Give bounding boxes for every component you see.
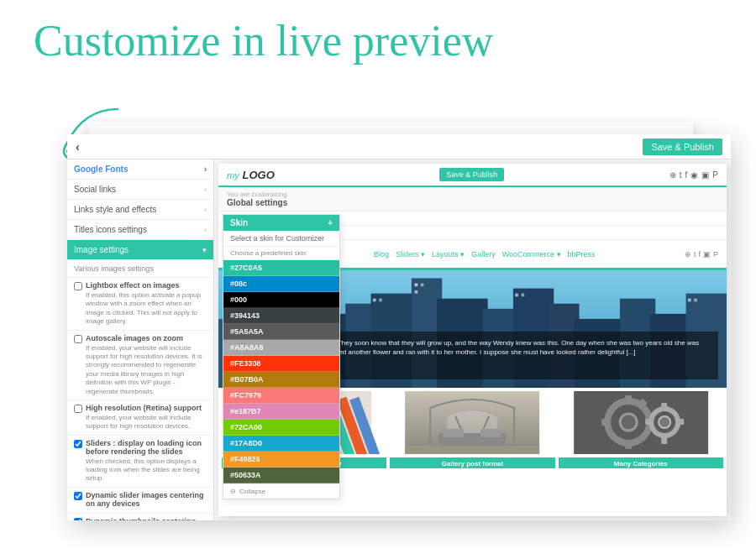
skin-color-blue[interactable]: #08c <box>223 276 339 292</box>
flickr-icon: ◉ <box>690 170 698 180</box>
svg-rect-21 <box>415 284 418 287</box>
skin-color-dark[interactable]: #394143 <box>223 308 339 324</box>
skin-panel-title: Skin + <box>223 215 339 231</box>
svg-rect-52 <box>625 395 632 404</box>
lightbox-checkbox[interactable] <box>74 282 82 290</box>
skin-color-red[interactable]: #FE3308 <box>223 356 339 372</box>
skin-color-green[interactable]: #72CA00 <box>223 420 339 436</box>
skin-color-orange[interactable]: #F49825 <box>223 452 339 468</box>
svg-rect-23 <box>415 290 418 294</box>
thumb-gallery: Gallery post format <box>390 391 554 468</box>
nav-blog[interactable]: Blog <box>374 250 389 259</box>
collapse-icon: ⊖ <box>230 488 236 495</box>
svg-rect-24 <box>373 299 376 302</box>
setting-slider-loading: Sliders : display on loading icon before… <box>67 436 213 488</box>
logo-text: LOGO <box>243 169 275 181</box>
customizer-topbar: ‹ Save & Publish <box>67 134 731 159</box>
nav-layouts[interactable]: Layouts ▾ <box>432 250 465 259</box>
svg-rect-25 <box>379 299 382 302</box>
svg-rect-27 <box>522 294 525 297</box>
svg-point-51 <box>620 414 637 431</box>
right-preview: my LOGO Save & Publish ⊕ t f ◉ ▣ P <box>214 159 731 520</box>
svg-rect-29 <box>694 299 697 302</box>
nav-gallery[interactable]: Gallery <box>471 250 496 259</box>
skin-panel: Skin + Select a skin for Customizer Choo… <box>223 214 340 499</box>
preview-save-button[interactable]: Save & Publish <box>439 168 504 181</box>
dynamic-slider-checkbox[interactable] <box>74 492 82 500</box>
save-publish-button[interactable]: Save & Publish <box>643 138 722 155</box>
retina-checkbox[interactable] <box>74 405 82 413</box>
main-area: Google Fonts › Social links › Links styl… <box>67 159 731 520</box>
instagram-icon: ▣ <box>701 170 709 180</box>
page-title: Customize in live preview <box>34 17 605 65</box>
skin-color-mauve[interactable]: #e187B7 <box>223 404 339 420</box>
chevron-icon: ▾ <box>202 246 207 254</box>
instagram-icon: ▣ <box>703 250 711 259</box>
svg-rect-61 <box>677 419 684 425</box>
svg-rect-48 <box>480 429 501 437</box>
svg-rect-60 <box>645 419 652 425</box>
skin-color-teal[interactable]: #27C0A5 <box>223 260 339 276</box>
skin-collapse[interactable]: ⊖ Collapse <box>223 483 339 499</box>
skin-color-amber[interactable]: #B07B0A <box>223 372 339 388</box>
thumb-label-categories: Many Categories <box>559 457 723 468</box>
section-header: Various images settings <box>67 260 213 278</box>
skin-color-olive[interactable]: #50633A <box>223 468 339 483</box>
svg-rect-22 <box>421 284 424 287</box>
setting-autoscale: Autoscale images on zoom If enabled, you… <box>67 331 213 400</box>
preview-topbar: my LOGO Save & Publish ⊕ t f ◉ ▣ P <box>218 164 727 187</box>
facebook-icon: f <box>698 250 701 259</box>
thumb-categories: Many Categories <box>559 391 723 468</box>
pinterest-icon: P <box>713 250 718 259</box>
rss-icon: ⊕ <box>685 250 691 259</box>
nav-bbpress[interactable]: bbPress <box>568 250 596 259</box>
nav-links: Blog Sliders ▾ Layouts ▾ Gallery WooComm… <box>374 250 595 259</box>
svg-rect-53 <box>625 441 632 449</box>
rss-icon: ⊕ <box>669 170 676 180</box>
svg-rect-28 <box>688 299 691 302</box>
facebook-icon: f <box>685 170 688 180</box>
thumb-label-gallery: Gallery post format <box>390 457 554 468</box>
menu-item-titles[interactable]: Titles icons settings › <box>67 220 213 240</box>
skin-color-pink[interactable]: #FC7979 <box>223 388 339 404</box>
svg-rect-45 <box>405 446 539 454</box>
dynamic-thumbs-checkbox[interactable] <box>74 518 82 520</box>
setting-retina: High resolution (Retina) support If enab… <box>67 400 213 436</box>
menu-item-social[interactable]: Social links › <box>67 180 213 200</box>
skin-color-cyan[interactable]: #17A8D0 <box>223 436 339 452</box>
back-arrow-icon[interactable]: ‹ <box>76 140 80 154</box>
gears-svg <box>559 391 723 454</box>
svg-rect-54 <box>601 419 610 426</box>
google-fonts-row[interactable]: Google Fonts › <box>67 159 213 180</box>
nav-woocommerce[interactable]: WooCommerce ▾ <box>502 250 561 259</box>
heading-area: Customize in live preview <box>34 17 605 65</box>
logo-my: my <box>227 170 239 180</box>
skin-color-lightgray[interactable]: #A8A8A8 <box>223 340 339 356</box>
svg-rect-47 <box>443 429 464 437</box>
nav-sliders[interactable]: Sliders ▾ <box>396 250 425 259</box>
preview-logo-top: my LOGO <box>227 168 275 181</box>
customizing-label: You are customizing Global settings <box>218 187 727 212</box>
left-panel: Google Fonts › Social links › Links styl… <box>67 159 214 520</box>
skin-close-icon[interactable]: + <box>328 218 333 227</box>
autoscale-checkbox[interactable] <box>74 335 82 343</box>
customizer-window: ‹ Save & Publish Google Fonts › Social l… <box>67 134 731 520</box>
slider-loading-checkbox[interactable] <box>74 440 82 448</box>
svg-rect-59 <box>661 437 667 444</box>
chevron-icon: › <box>204 185 207 194</box>
skin-color-black[interactable]: #000 <box>223 292 339 308</box>
twitter-icon: t <box>694 250 696 259</box>
station-svg <box>390 391 554 454</box>
setting-lightbox: Lightbox effect on images If enabled, th… <box>67 278 213 331</box>
skin-color-gray[interactable]: #5A5A5A <box>223 324 339 340</box>
svg-rect-26 <box>515 294 518 297</box>
inner-social-icons: ⊕ t f ▣ P <box>685 250 718 259</box>
menu-item-links[interactable]: Links style and effects › <box>67 200 213 220</box>
chevron-icon: › <box>204 226 207 234</box>
setting-dynamic-slider: Dynamic slider images centering on any d… <box>67 488 213 514</box>
preview-social-icons-top: ⊕ t f ◉ ▣ P <box>669 170 718 180</box>
svg-point-57 <box>659 416 670 428</box>
menu-item-images[interactable]: Image settings ▾ <box>67 240 213 260</box>
chevron-icon: › <box>204 206 207 214</box>
chevron-right-icon: › <box>204 165 207 174</box>
